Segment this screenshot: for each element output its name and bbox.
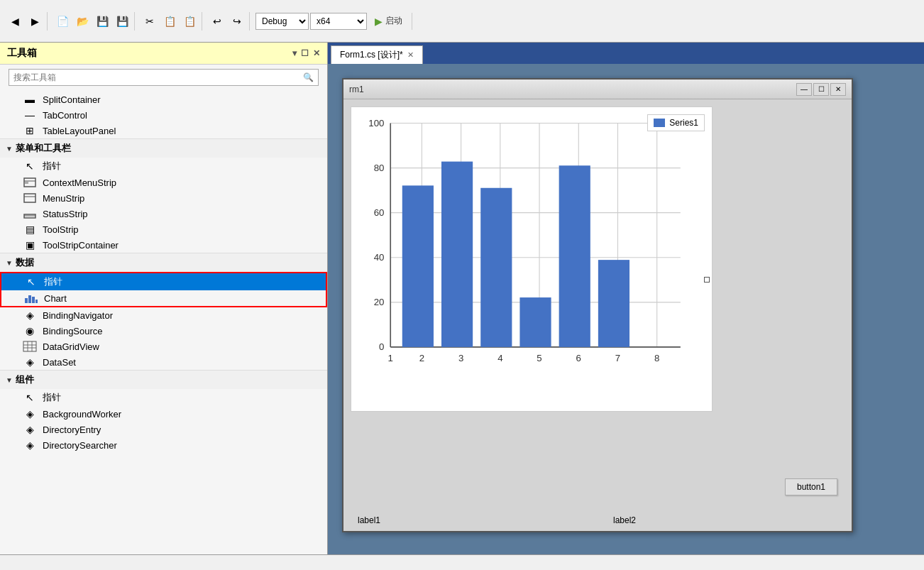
- directorysearcher-icon: ◈: [23, 439, 37, 451]
- button1[interactable]: button1: [785, 478, 837, 495]
- bindingsource-label: BindingSource: [43, 326, 103, 336]
- toolstrip-icon: ▤: [23, 224, 37, 235]
- cut-button[interactable]: ✂: [141, 12, 159, 31]
- svg-text:6: 6: [576, 353, 581, 363]
- category-data[interactable]: ▼ 数据: [0, 253, 327, 272]
- toolbox-item-directorysearcher[interactable]: ◈ DirectorySearcher: [0, 437, 327, 453]
- dataset-label: DataSet: [43, 357, 76, 368]
- pin-icon[interactable]: ▾: [292, 48, 297, 58]
- svg-text:7: 7: [615, 353, 620, 363]
- pointer2-icon: ↖: [24, 276, 38, 287]
- paste-button[interactable]: 📋: [180, 12, 199, 31]
- main-layout: 工具箱 ▾ ☐ ✕ 🔍 ▬ SplitContainer — TabContro…: [0, 43, 924, 554]
- toolbox-search-wrapper: 🔍: [0, 65, 327, 90]
- bar-x5: [519, 297, 551, 347]
- platform-select[interactable]: x64 x86 Any CPU: [310, 13, 367, 30]
- toolbox-item-splitcontainer[interactable]: ▬ SplitContainer: [0, 92, 327, 107]
- bar-x3: [441, 162, 473, 347]
- chart-component[interactable]: Series1: [351, 106, 713, 412]
- category-menu-toolbar[interactable]: ▼ 菜单和工具栏: [0, 138, 327, 158]
- toolbox-content: ▬ SplitContainer — TabControl ⊞ TableLay…: [0, 90, 327, 554]
- svg-rect-10: [35, 300, 38, 303]
- designer-area: Form1.cs [设计]* ✕ rm1 — ☐ ✕: [328, 43, 924, 554]
- tablelayoutpanel-label: TableLayoutPanel: [43, 126, 116, 136]
- new-button[interactable]: 📄: [53, 12, 72, 31]
- backgroundworker-icon: ◈: [23, 408, 37, 420]
- form-title-bar: rm1 — ☐ ✕: [343, 80, 852, 99]
- svg-text:3: 3: [458, 353, 463, 363]
- resize-handle[interactable]: [704, 277, 710, 283]
- tabcontrol-label: TabControl: [43, 110, 87, 121]
- toolbox-item-pointer2[interactable]: ↖ 指针: [1, 273, 326, 290]
- red-outline-box: ↖ 指针 Chart: [0, 272, 327, 307]
- save-all-button[interactable]: 💾: [113, 12, 131, 31]
- svg-rect-2: [25, 182, 28, 184]
- copy-button[interactable]: 📋: [160, 12, 179, 31]
- bar-x6: [559, 165, 590, 347]
- close-icon[interactable]: ✕: [313, 48, 320, 58]
- toolbox-item-tabcontrol[interactable]: — TabControl: [0, 107, 327, 123]
- undo-button[interactable]: ↩: [208, 12, 226, 31]
- toolbox-item-tablelayoutpanel[interactable]: ⊞ TableLayoutPanel: [0, 123, 327, 138]
- open-button[interactable]: 📂: [73, 12, 92, 31]
- toolbox-item-menustrip[interactable]: MenuStrip: [0, 190, 327, 206]
- search-icon: 🔍: [303, 72, 314, 82]
- file-toolbar-section: 📄 📂 💾 💾: [50, 12, 135, 31]
- data-label: 数据: [16, 256, 34, 269]
- svg-rect-7: [25, 298, 28, 303]
- debug-config-select[interactable]: Debug Release: [255, 13, 309, 30]
- directorysearcher-label: DirectorySearcher: [43, 440, 117, 451]
- redo-button[interactable]: ↪: [228, 12, 246, 31]
- form-title: rm1: [349, 84, 364, 94]
- svg-text:8: 8: [654, 353, 659, 363]
- minimize-button[interactable]: —: [796, 83, 812, 96]
- components-arrow: ▼: [6, 376, 13, 384]
- svg-text:0: 0: [379, 341, 384, 352]
- toolbox-title: 工具箱: [7, 47, 37, 60]
- toolbox-item-bindingnavigator[interactable]: ◈ BindingNavigator: [0, 307, 327, 323]
- toolbox-item-backgroundworker[interactable]: ◈ BackgroundWorker: [0, 406, 327, 422]
- tab-label: Form1.cs [设计]*: [340, 49, 403, 61]
- legend-color-series1: [654, 119, 665, 127]
- toolbox-item-toolstrip[interactable]: ▤ ToolStrip: [0, 221, 327, 237]
- datagridview-label: DataGridView: [43, 341, 99, 352]
- directoryentry-label: DirectoryEntry: [43, 424, 101, 435]
- toolbox-item-chart[interactable]: Chart: [1, 290, 326, 306]
- toolbox-item-pointer3[interactable]: ↖ 指针: [0, 389, 327, 406]
- toolbox-item-pointer1[interactable]: ↖ 指针: [0, 158, 327, 175]
- svg-text:5: 5: [537, 353, 541, 363]
- form-window-controls: — ☐ ✕: [796, 83, 846, 96]
- forward-button[interactable]: ▶: [26, 12, 44, 31]
- svg-text:20: 20: [374, 297, 385, 307]
- run-button[interactable]: ▶ 启动: [368, 13, 409, 29]
- pointer1-label: 指针: [43, 160, 61, 172]
- category-components[interactable]: ▼ 组件: [0, 370, 327, 389]
- close-button[interactable]: ✕: [830, 83, 846, 96]
- chart-legend: Series1: [647, 114, 705, 131]
- toolbox-item-dataset[interactable]: ◈ DataSet: [0, 354, 327, 370]
- chart-svg: 100 80 60 40 20 0 1 2 3 4 5 6: [351, 107, 712, 411]
- form-body: Series1: [343, 99, 852, 531]
- dock-icon[interactable]: ☐: [301, 48, 309, 58]
- menustrip-label: MenuStrip: [43, 193, 84, 204]
- play-icon: ▶: [375, 16, 383, 27]
- save-button[interactable]: 💾: [93, 12, 111, 31]
- toolbox-item-bindingsource[interactable]: ◉ BindingSource: [0, 323, 327, 339]
- back-button[interactable]: ◀: [6, 12, 24, 31]
- tab-form1-design[interactable]: Form1.cs [设计]* ✕: [331, 45, 423, 64]
- nav-toolbar-section: ◀ ▶: [3, 12, 48, 31]
- toolbox-item-datagridview[interactable]: DataGridView: [0, 339, 327, 354]
- toolbox-item-statusstrip[interactable]: StatusStrip: [0, 206, 327, 221]
- directoryentry-icon: ◈: [23, 424, 37, 435]
- search-input[interactable]: [13, 72, 303, 82]
- dataset-icon: ◈: [23, 356, 37, 368]
- tab-close-icon[interactable]: ✕: [407, 50, 414, 60]
- pointer3-label: 指针: [43, 391, 61, 404]
- chart-label: Chart: [44, 293, 67, 304]
- svg-text:40: 40: [374, 252, 385, 263]
- maximize-button[interactable]: ☐: [813, 83, 829, 96]
- tabcontrol-icon: —: [23, 109, 37, 121]
- toolbox-item-toolstripcontainer[interactable]: ▣ ToolStripContainer: [0, 237, 327, 253]
- toolbox-item-contextmenustrip[interactable]: ContextMenuStrip: [0, 175, 327, 190]
- toolbox-item-directoryentry[interactable]: ◈ DirectoryEntry: [0, 422, 327, 437]
